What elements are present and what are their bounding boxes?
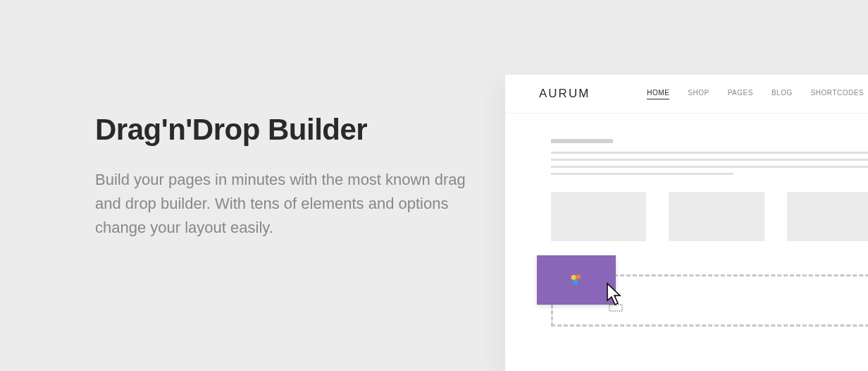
- placeholder-box: [551, 192, 646, 241]
- nav-item-shortcodes[interactable]: SHORTCODES: [811, 89, 864, 99]
- drag-element[interactable]: [537, 255, 616, 305]
- svg-point-0: [571, 275, 576, 280]
- preview-window: AURUM HOME SHOP PAGES BLOG SHORTCODES BU: [505, 75, 868, 371]
- nav-item-shop[interactable]: SHOP: [688, 89, 709, 99]
- placeholder-line: [551, 173, 733, 175]
- logo: AURUM: [539, 87, 590, 101]
- placeholder-box: [787, 192, 868, 241]
- placeholder-line: [551, 159, 868, 161]
- left-content: Drag'n'Drop Builder Build your pages in …: [95, 113, 469, 240]
- svg-point-2: [573, 279, 578, 284]
- nav-menu: HOME SHOP PAGES BLOG SHORTCODES BU: [647, 89, 868, 99]
- preview-header: AURUM HOME SHOP PAGES BLOG SHORTCODES BU: [505, 75, 868, 114]
- builder-icon: [569, 272, 584, 288]
- placeholder-boxes: [551, 192, 868, 241]
- cursor-icon: [606, 282, 627, 312]
- nav-item-pages[interactable]: PAGES: [728, 89, 753, 99]
- nav-item-blog[interactable]: BLOG: [771, 89, 793, 99]
- placeholder-title: [551, 139, 613, 143]
- page-heading: Drag'n'Drop Builder: [95, 113, 469, 147]
- placeholder-line: [551, 166, 868, 168]
- preview-body: [505, 114, 868, 241]
- page-description: Build your pages in minutes with the mos…: [95, 168, 469, 240]
- svg-rect-3: [609, 305, 622, 311]
- nav-item-home[interactable]: HOME: [647, 89, 669, 99]
- placeholder-box: [669, 192, 764, 241]
- placeholder-line: [551, 152, 868, 154]
- svg-point-1: [576, 274, 581, 279]
